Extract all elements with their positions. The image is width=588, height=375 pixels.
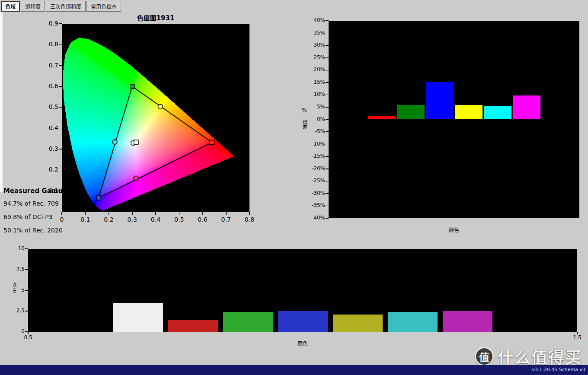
tick-mark (326, 107, 329, 108)
tick-mark (59, 107, 62, 108)
tick-label: 5 (7, 287, 25, 293)
tick-mark (577, 332, 578, 334)
bar-cyan (484, 106, 511, 120)
tick-mark (179, 212, 180, 215)
tick-label: 7.5 (7, 266, 25, 272)
tick-label: 0.8 (241, 216, 258, 223)
tab-常用色检查[interactable]: 常用色检查 (86, 1, 121, 12)
bar-magenta (443, 311, 492, 332)
cie-chart-title: 色度图1931 (62, 13, 249, 22)
tick-label: 0 (7, 328, 25, 334)
smzdm-watermark-text: 什么值得买 (498, 345, 582, 368)
tick-label: 0.9 (41, 20, 58, 27)
cie-gamut-canvas (62, 24, 249, 212)
tick-label: 0.4 (41, 124, 58, 131)
tick-label: 30% (304, 42, 325, 48)
tick-label: 0.2 (41, 166, 58, 173)
tick-mark (85, 212, 86, 215)
bar-cyan (388, 312, 438, 332)
tick-label: 0.3 (124, 216, 141, 223)
tick-mark (249, 212, 250, 215)
tick-label: 0.2 (100, 216, 118, 223)
tick-label: 5% (304, 104, 325, 110)
tick-mark (28, 332, 29, 334)
tick-label: 10% (304, 91, 325, 97)
tick-label: -40% (304, 215, 325, 221)
tab-色域[interactable]: 色域 (1, 1, 20, 12)
tab-饱和度[interactable]: 饱和度 (21, 1, 45, 12)
tick-mark (326, 45, 329, 46)
tick-mark (326, 95, 329, 95)
tick-label: 15% (304, 79, 325, 85)
calibration-app-window: { "window": { "background": "#cbcbcb", "… (0, 0, 588, 375)
tick-mark (326, 82, 329, 83)
error-chart-x-axis-label: 颜色 (329, 226, 579, 233)
tick-mark (326, 181, 329, 182)
tick-label: 25% (304, 54, 325, 60)
tick-mark (326, 33, 329, 34)
tick-mark (59, 128, 62, 129)
tick-mark (59, 149, 62, 149)
tick-mark (59, 65, 62, 66)
tab-bar: 色域饱和度三次色饱和度常用色检查 (1, 1, 121, 12)
gamut-coverage-line: 69.8% of DCi-P3 (3, 213, 66, 220)
bar-green (397, 105, 425, 119)
delta-e-chart (28, 249, 577, 332)
bar-blue (426, 82, 454, 119)
gamut-coverage-line: 94.7% of Rec. 709 (3, 200, 66, 207)
cie-1931-diagram (62, 24, 249, 212)
tick-label: 35% (304, 30, 325, 36)
tick-mark (25, 290, 28, 291)
status-bar: v3.1.20.45 Schema v3 (0, 365, 588, 375)
tick-label: 0.8 (41, 41, 58, 48)
tick-label: 0.1 (77, 216, 94, 223)
tick-label: 0.7 (41, 62, 58, 69)
bar-red (368, 116, 396, 120)
tick-mark (326, 20, 329, 21)
tick-mark (109, 212, 109, 215)
tick-mark (59, 23, 62, 24)
tick-mark (326, 119, 329, 120)
tick-label: -20% (304, 165, 325, 172)
tick-label: 0.7 (217, 216, 235, 223)
tick-label: 0.4 (147, 216, 164, 223)
tick-label: -10% (304, 141, 325, 147)
tick-label: 0% (304, 116, 325, 122)
tick-label: 2.5 (7, 308, 25, 314)
tick-label: 0.6 (41, 83, 58, 89)
gamut-coverage-line: 50.1% of Rec. 2020 (3, 227, 66, 234)
tick-mark (326, 70, 329, 71)
tick-mark (326, 144, 329, 145)
smzdm-logo-char: 值 (479, 349, 489, 364)
version-text: v3.1.20.45 Schema v3 (532, 367, 585, 372)
tick-mark (59, 44, 62, 45)
tick-mark (155, 212, 156, 215)
tick-label: 20% (304, 67, 325, 73)
tick-mark (132, 212, 133, 215)
tick-mark (326, 193, 329, 194)
tick-mark (25, 269, 28, 270)
tick-label: 0.5 (41, 103, 58, 110)
tick-mark (326, 131, 329, 132)
bar-yellow (333, 315, 383, 332)
smzdm-watermark: 值 什么值得买 (475, 345, 582, 368)
primary-error-chart (329, 21, 579, 218)
tick-label: 0.6 (194, 216, 211, 223)
tick-mark (326, 218, 329, 219)
tick-mark (25, 311, 28, 311)
tick-mark (25, 248, 28, 249)
tick-label: 10 (7, 245, 25, 251)
tick-mark (326, 156, 329, 157)
bar-red (168, 320, 218, 332)
bar-white (113, 303, 163, 332)
tick-label: -15% (304, 153, 325, 159)
bar-green (223, 312, 273, 332)
tick-label: -30% (304, 190, 325, 196)
tick-label: 0.5 (170, 216, 188, 223)
panel-left-edge (0, 11, 3, 192)
tab-三次色饱和度[interactable]: 三次色饱和度 (46, 1, 86, 12)
tick-mark (59, 170, 62, 171)
bar-blue (278, 311, 328, 332)
bar-yellow (455, 105, 483, 119)
tick-label: 0.3 (41, 145, 58, 152)
